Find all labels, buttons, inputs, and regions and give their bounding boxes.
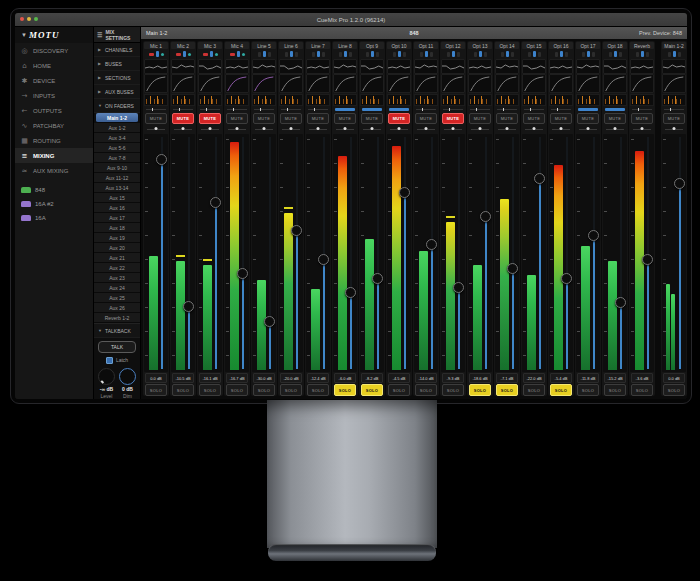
fader-list-item-aux-1-2[interactable]: Aux 1-2: [94, 123, 140, 133]
channel-name[interactable]: Mic 3: [198, 42, 222, 49]
fader-zone[interactable]: [630, 134, 654, 372]
compressor-thumbnail[interactable]: [252, 74, 276, 93]
mute-button[interactable]: MUTE: [226, 113, 248, 124]
fader-list-item-aux-25[interactable]: Aux 25: [94, 293, 140, 303]
trim-fader-icon[interactable]: [237, 51, 240, 57]
solo-button[interactable]: SOLO: [388, 384, 410, 396]
width-control[interactable]: [278, 106, 304, 112]
channel-name[interactable]: Main 1-2: [662, 42, 686, 49]
fader-knob[interactable]: [237, 268, 248, 279]
channel-name[interactable]: Mic 2: [171, 42, 195, 49]
eq-thumbnail[interactable]: [414, 59, 438, 74]
width-control[interactable]: [440, 106, 466, 112]
channel-name[interactable]: Opt 15: [522, 42, 546, 49]
fader-knob[interactable]: [561, 273, 572, 284]
fader-db-value[interactable]: -12.4 dB: [307, 373, 329, 383]
fader-knob[interactable]: [210, 197, 221, 208]
pan-control[interactable]: [440, 125, 466, 133]
trim-fader-icon[interactable]: [479, 51, 482, 57]
fader-db-value[interactable]: -5.4 dB: [550, 373, 572, 383]
fader-list-item-aux-24[interactable]: Aux 24: [94, 283, 140, 293]
eq-thumbnail[interactable]: [279, 59, 303, 74]
trim-fader-icon[interactable]: [263, 51, 266, 57]
fader-knob[interactable]: [183, 301, 194, 312]
width-control[interactable]: [143, 106, 169, 112]
zoom-window-icon[interactable]: [34, 17, 38, 21]
pan-control[interactable]: [521, 125, 547, 133]
fader-knob[interactable]: [291, 225, 302, 236]
fader-knob[interactable]: [674, 178, 685, 189]
eq-thumbnail[interactable]: [198, 59, 222, 74]
pan-control[interactable]: [332, 125, 358, 133]
eq-thumbnail[interactable]: [495, 59, 519, 74]
mute-button[interactable]: MUTE: [172, 113, 194, 124]
pan-control[interactable]: [602, 125, 628, 133]
fader-zone[interactable]: [144, 134, 168, 372]
fader-list-item-aux-9-10[interactable]: Aux 9-10: [94, 163, 140, 173]
width-control[interactable]: [521, 106, 547, 112]
eq-thumbnail[interactable]: [549, 59, 573, 74]
fader-db-value[interactable]: -18.6 dB: [469, 373, 491, 383]
talk-button[interactable]: TALK: [98, 341, 136, 353]
mute-button[interactable]: MUTE: [253, 113, 275, 124]
fader-zone[interactable]: [198, 134, 222, 372]
trim-fader-icon[interactable]: [673, 51, 676, 57]
channel-name[interactable]: Opt 10: [387, 42, 411, 49]
mute-button[interactable]: MUTE: [663, 113, 685, 124]
mute-button[interactable]: MUTE: [442, 113, 464, 124]
fader-zone[interactable]: [662, 134, 686, 372]
fader-knob[interactable]: [453, 282, 464, 293]
group-sections[interactable]: ▶SECTIONS: [94, 71, 140, 85]
width-control[interactable]: [629, 106, 655, 112]
fader-list-item-aux-5-6[interactable]: Aux 5-6: [94, 143, 140, 153]
channel-name[interactable]: Opt 13: [468, 42, 492, 49]
fader-db-value[interactable]: -16.7 dB: [226, 373, 248, 383]
eq-thumbnail[interactable]: [144, 59, 168, 74]
fader-zone[interactable]: [495, 134, 519, 372]
fader-db-value[interactable]: -22.0 dB: [523, 373, 545, 383]
fader-zone[interactable]: [603, 134, 627, 372]
solo-button[interactable]: SOLO: [307, 384, 329, 396]
eq-thumbnail[interactable]: [360, 59, 384, 74]
compressor-thumbnail[interactable]: [522, 74, 546, 93]
solo-button[interactable]: SOLO: [226, 384, 248, 396]
eq-thumbnail[interactable]: [662, 59, 686, 74]
eq-thumbnail[interactable]: [387, 59, 411, 74]
fader-zone[interactable]: [468, 134, 492, 372]
sidebar-item-outputs[interactable]: ←OUTPUTS: [15, 103, 93, 118]
sidebar-item-routing[interactable]: ▦ROUTING: [15, 133, 93, 148]
sidebar-item-inputs[interactable]: →INPUTS: [15, 88, 93, 103]
width-control[interactable]: [467, 106, 493, 112]
fader-zone[interactable]: [576, 134, 600, 372]
group-channels[interactable]: ▶CHANNELS: [94, 43, 140, 57]
fader-knob[interactable]: [588, 230, 599, 241]
solo-button[interactable]: SOLO: [199, 384, 221, 396]
fader-list-item-reverb-1-2[interactable]: Reverb 1-2: [94, 313, 140, 323]
solo-button[interactable]: SOLO: [550, 384, 572, 396]
channel-name[interactable]: Opt 9: [360, 42, 384, 49]
gain-knob-icon[interactable]: [230, 53, 235, 56]
fader-knob[interactable]: [345, 287, 356, 298]
mute-button[interactable]: MUTE: [604, 113, 626, 124]
mute-button[interactable]: MUTE: [523, 113, 545, 124]
mute-button[interactable]: MUTE: [361, 113, 383, 124]
sidebar-item-patchbay[interactable]: ∿PATCHBAY: [15, 118, 93, 133]
compressor-thumbnail[interactable]: [306, 74, 330, 93]
fader-knob[interactable]: [399, 187, 410, 198]
sidebar-item-home[interactable]: ⌂HOME: [15, 58, 93, 73]
device-item-16a[interactable]: 16A: [15, 211, 93, 225]
eq-thumbnail[interactable]: [333, 59, 357, 74]
eq-thumbnail[interactable]: [522, 59, 546, 74]
sidebar-item-discovery[interactable]: ◎DISCOVERY: [15, 43, 93, 58]
fader-list-item-aux-17[interactable]: Aux 17: [94, 213, 140, 223]
width-control[interactable]: [359, 106, 385, 112]
fader-zone[interactable]: [252, 134, 276, 372]
pan-control[interactable]: [224, 125, 250, 133]
trim-fader-icon[interactable]: [344, 51, 347, 57]
solo-button[interactable]: SOLO: [496, 384, 518, 396]
trim-fader-icon[interactable]: [317, 51, 320, 57]
channel-name[interactable]: Opt 11: [414, 42, 438, 49]
gain-knob-icon[interactable]: [176, 53, 181, 56]
width-control[interactable]: [386, 106, 412, 112]
pan-control[interactable]: [359, 125, 385, 133]
